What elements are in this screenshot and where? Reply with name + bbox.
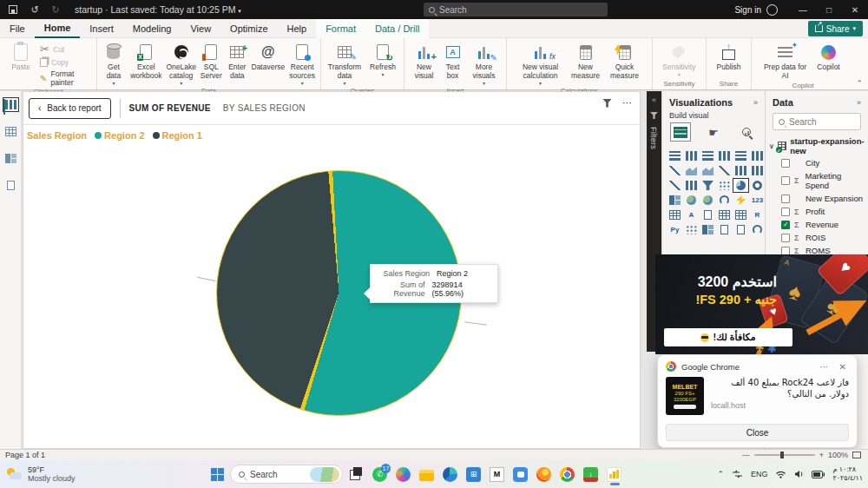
tab-optimize[interactable]: Optimize: [220, 19, 277, 38]
get-data-button[interactable]: Get data▾: [100, 40, 128, 86]
notification-menu-icon[interactable]: ⋯: [818, 362, 832, 372]
tab-home[interactable]: Home: [35, 19, 81, 38]
task-view-taskbar-icon[interactable]: [349, 467, 364, 482]
publish-button[interactable]: Publish: [709, 40, 748, 72]
area-chart-icon[interactable]: [684, 164, 699, 177]
excel-workbook-button[interactable]: XExcel workbook: [128, 40, 164, 81]
sensitivity-button[interactable]: Sensitivity▾: [660, 40, 700, 78]
smart-narrative-icon[interactable]: [733, 223, 748, 236]
zoom-out-icon[interactable]: —: [742, 451, 750, 459]
text-box-button[interactable]: AText box: [440, 40, 466, 81]
field-checkbox[interactable]: [781, 221, 790, 229]
dax-query-view-icon[interactable]: [3, 179, 18, 192]
field-checkbox[interactable]: [781, 159, 790, 168]
table-node[interactable]: ∨ startup-expansion-new: [766, 135, 868, 156]
collapse-ribbon-icon[interactable]: ⌃: [856, 79, 863, 88]
map-icon[interactable]: [684, 194, 699, 207]
tab-data-drill[interactable]: Data / Drill: [365, 19, 429, 38]
python-visual-icon[interactable]: Py: [667, 223, 682, 236]
funnel-chart-icon[interactable]: [700, 179, 715, 192]
field-checkbox[interactable]: [781, 195, 790, 203]
new-visual-calculation-button[interactable]: fxNew visual calculation▾: [516, 40, 566, 86]
chrome-taskbar-icon[interactable]: [560, 467, 575, 482]
close-button[interactable]: ✕: [842, 0, 868, 19]
legend-item-region-2[interactable]: Region 2: [95, 130, 144, 141]
combo-chart-icon[interactable]: [667, 179, 682, 192]
start-button[interactable]: [211, 468, 224, 481]
zoom-slider[interactable]: [754, 454, 815, 456]
field-rois[interactable]: ΣROIS: [766, 231, 868, 244]
maximize-button[interactable]: □: [816, 0, 842, 19]
expand-filters-icon[interactable]: «: [652, 96, 656, 104]
slicer-icon[interactable]: [700, 208, 715, 221]
dataverse-button[interactable]: @Dataverse: [250, 40, 286, 72]
more-visuals-button[interactable]: ✎More visuals▾: [467, 40, 502, 86]
kpi-icon[interactable]: [733, 194, 748, 207]
refresh-button[interactable]: ↻Refresh▾: [365, 40, 400, 78]
minimize-button[interactable]: —: [790, 0, 816, 19]
power-bi-taskbar-icon[interactable]: [607, 467, 621, 482]
line-and-clustered-column-chart-icon[interactable]: [750, 164, 765, 177]
taskbar-search-input[interactable]: Search: [230, 465, 343, 484]
report-view-icon[interactable]: [3, 98, 18, 111]
clustered-column-chart-icon[interactable]: [717, 149, 732, 162]
treemap-icon[interactable]: [667, 194, 682, 207]
ad-cta-button[interactable]: مكافأة لك!: [664, 328, 792, 346]
widgets-icon[interactable]: [732, 470, 743, 478]
field-city[interactable]: City: [766, 156, 868, 169]
share-button[interactable]: Share ▾: [808, 21, 863, 36]
notification-close-button[interactable]: Close: [666, 424, 849, 441]
field-marketing-spend[interactable]: ΣMarketing Spend: [766, 169, 868, 192]
edge-taskbar-icon[interactable]: [443, 467, 457, 482]
microsoft-store-taskbar-icon[interactable]: [466, 467, 481, 482]
donut-chart-icon[interactable]: [750, 179, 765, 192]
field-checkbox[interactable]: [781, 176, 790, 185]
field-profit[interactable]: ΣProfit: [766, 205, 868, 218]
collapse-visualizations-icon[interactable]: »: [753, 98, 758, 107]
tab-view[interactable]: View: [181, 19, 220, 38]
r-script-icon[interactable]: R: [750, 208, 765, 221]
legend-item-region-1[interactable]: Region 1: [153, 130, 202, 141]
notification-close-icon[interactable]: ✕: [837, 362, 849, 372]
save-icon[interactable]: [9, 5, 17, 14]
transform-data-button[interactable]: ✎Transform data▾: [325, 40, 365, 86]
whatsapp-taskbar-icon[interactable]: 17: [372, 467, 387, 482]
line-and-stacked-column-chart-icon[interactable]: [733, 164, 748, 177]
100-stacked-column-chart-icon[interactable]: [750, 149, 765, 162]
data-search-input[interactable]: Search: [773, 113, 861, 130]
pie-chart-icon[interactable]: [733, 179, 748, 192]
tab-format[interactable]: Format: [316, 19, 365, 38]
analytics-tab[interactable]: [737, 123, 756, 141]
qa-visual-icon[interactable]: [717, 223, 732, 236]
key-influencers-icon[interactable]: [684, 223, 699, 236]
filter-icon[interactable]: [602, 99, 612, 108]
collapse-data-icon[interactable]: »: [857, 98, 861, 107]
stacked-bar-chart-icon[interactable]: [667, 149, 682, 162]
file-explorer-taskbar-icon[interactable]: [419, 470, 434, 481]
ribbon-chart-icon[interactable]: [717, 164, 732, 177]
idm-taskbar-icon[interactable]: [583, 467, 598, 482]
table-icon[interactable]: [717, 208, 732, 221]
undo-icon[interactable]: ↺: [24, 4, 45, 16]
more-options-icon[interactable]: ⋯: [622, 97, 633, 109]
recent-sources-button[interactable]: Recent sources▾: [286, 40, 318, 86]
tab-modeling[interactable]: Modeling: [123, 19, 181, 38]
firefox-taskbar-icon[interactable]: [536, 467, 551, 482]
language-indicator[interactable]: ENG: [751, 470, 768, 478]
m-app-taskbar-icon[interactable]: [490, 467, 504, 482]
global-search-input[interactable]: Search: [424, 3, 608, 16]
line-chart-icon[interactable]: [667, 164, 682, 177]
new-visual-button[interactable]: +New visual: [410, 40, 439, 81]
field-checkbox[interactable]: [781, 208, 790, 216]
enter-data-button[interactable]: +Enter data: [225, 40, 249, 81]
title-caret-icon[interactable]: ▾: [238, 8, 241, 14]
battery-icon[interactable]: [812, 471, 825, 478]
tab-insert[interactable]: Insert: [80, 19, 123, 38]
field-checkbox[interactable]: [781, 234, 790, 242]
ad-banner[interactable]: ♠ A♠ ♣ ♥ ♥ استخدم 3200 جنيه + 290 FS! مك…: [655, 254, 868, 354]
copy-button[interactable]: Copy: [40, 58, 94, 67]
tab-file[interactable]: File: [0, 19, 35, 38]
field-new-expansion[interactable]: New Expansion: [766, 192, 868, 205]
matrix-icon[interactable]: [733, 208, 748, 221]
zoom-in-icon[interactable]: +: [819, 451, 824, 459]
